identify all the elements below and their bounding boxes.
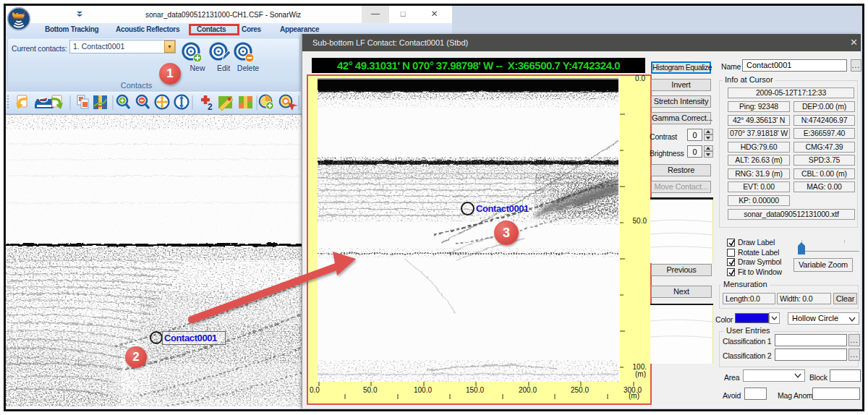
svg-text:2: 2 [208, 102, 213, 112]
